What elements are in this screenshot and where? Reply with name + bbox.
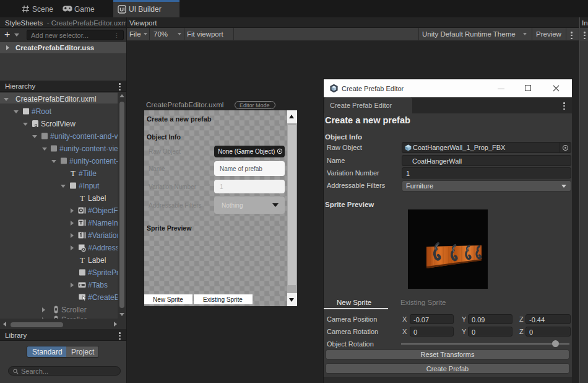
svg-text:T: T bbox=[80, 194, 85, 202]
svg-text:T: T bbox=[80, 256, 85, 264]
svg-text:T: T bbox=[71, 169, 76, 177]
